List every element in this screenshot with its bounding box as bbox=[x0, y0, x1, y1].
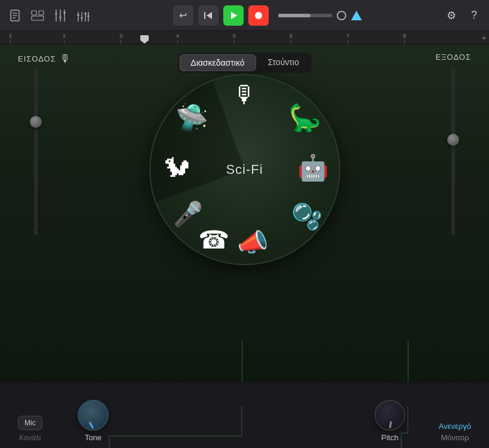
ruler-mark-5: 5 bbox=[233, 33, 236, 39]
pitch-section: Pitch bbox=[374, 400, 405, 442]
record-button[interactable] bbox=[248, 5, 269, 26]
preset-bubbles[interactable]: 🫧 bbox=[291, 202, 322, 231]
preset-megaphone[interactable]: 📣 bbox=[237, 228, 268, 257]
svg-rect-21 bbox=[204, 12, 205, 19]
ruler-mark-2: 2 bbox=[63, 33, 66, 39]
connector-svg bbox=[0, 406, 489, 448]
ruler-mark-7: 7 bbox=[346, 33, 349, 39]
new-document-icon[interactable] bbox=[6, 7, 24, 24]
pitch-knob[interactable] bbox=[374, 400, 405, 431]
ruler: 1 2 3 4 5 6 7 8 + bbox=[0, 31, 489, 44]
tab-fun[interactable]: Διασκεδαστικό bbox=[179, 54, 256, 71]
svg-marker-22 bbox=[207, 12, 212, 19]
ruler-mark-1: 1 bbox=[9, 33, 12, 39]
transport-controls: ↩ bbox=[173, 5, 269, 26]
wheel-label: Sci-Fi bbox=[226, 162, 263, 177]
preset-squirrel[interactable]: 🐿 bbox=[164, 153, 190, 183]
svg-rect-5 bbox=[39, 11, 44, 15]
preset-mic2[interactable]: 🎤 bbox=[173, 200, 203, 228]
pitch-line bbox=[408, 340, 408, 382]
channel-label: Κανάλι bbox=[19, 434, 41, 442]
svg-rect-18 bbox=[81, 17, 83, 19]
loop-button[interactable] bbox=[337, 11, 346, 20]
ruler-mark-3: 3 bbox=[119, 33, 122, 39]
voice-wheel[interactable]: Sci-Fi 🎙 🛸 🦕 🐿 🤖 🎤 🫧 ☎ 📣 bbox=[149, 74, 340, 265]
tone-section: Tone bbox=[78, 400, 109, 442]
input-level-slider[interactable]: - bbox=[34, 68, 38, 235]
sector-dark bbox=[150, 81, 245, 202]
help-icon[interactable]: ? bbox=[465, 7, 483, 24]
tempo-triangle-icon[interactable] bbox=[351, 11, 362, 20]
preset-microphone[interactable]: 🎙 bbox=[233, 81, 257, 108]
output-label: ΕΞΟΔΟΣ bbox=[435, 53, 471, 62]
output-level-slider[interactable] bbox=[451, 68, 455, 235]
toolbar-right: ⚙ ? bbox=[442, 7, 483, 24]
progress-bar bbox=[278, 14, 332, 17]
mic-button[interactable]: Mic bbox=[18, 416, 42, 430]
playhead-cursor[interactable] bbox=[140, 35, 149, 44]
ruler-mark-6: 6 bbox=[290, 33, 293, 39]
svg-marker-23 bbox=[231, 12, 237, 19]
mixer-icon[interactable] bbox=[51, 7, 69, 24]
mode-tabs: Διασκεδαστικό Στούντιο bbox=[177, 53, 311, 73]
skip-back-button[interactable] bbox=[198, 5, 219, 26]
svg-rect-12 bbox=[63, 12, 66, 13]
svg-rect-11 bbox=[59, 17, 61, 18]
undo-button[interactable]: ↩ bbox=[173, 5, 193, 26]
preset-ufo[interactable]: 🛸 bbox=[176, 102, 208, 133]
ruler-marks: 1 2 3 4 5 6 7 8 bbox=[6, 31, 483, 44]
svg-rect-10 bbox=[55, 13, 57, 14]
mic-section: Mic Κανάλι bbox=[18, 416, 42, 442]
wheel-circle[interactable]: Sci-Fi 🎙 🛸 🦕 🐿 🤖 🎤 🫧 ☎ 📣 bbox=[149, 74, 340, 265]
svg-rect-4 bbox=[32, 11, 36, 15]
tracks-view-icon[interactable] bbox=[29, 7, 47, 24]
bottom-controls: Mic Κανάλι Tone Pitch Ανενεργό Μόνιτορ bbox=[0, 382, 489, 448]
preset-monster[interactable]: 🦕 bbox=[288, 102, 321, 133]
svg-rect-20 bbox=[87, 16, 90, 17]
ruler-mark-4: 4 bbox=[176, 33, 179, 39]
svg-rect-19 bbox=[84, 13, 87, 14]
toolbar: ↩ ⚙ ? bbox=[0, 0, 489, 31]
input-slider-thumb[interactable] bbox=[30, 116, 42, 128]
input-label: ΕΙΣΟΔΟΣ 🎙 bbox=[18, 53, 71, 65]
tone-knob[interactable] bbox=[78, 400, 109, 431]
add-track-button[interactable]: + bbox=[482, 33, 487, 42]
monitor-section: Ανενεργό Μόνιτορ bbox=[439, 422, 471, 442]
microphone-icon: 🎙 bbox=[60, 53, 71, 65]
center-line bbox=[242, 340, 242, 382]
preset-telephone[interactable]: ☎ bbox=[198, 225, 229, 254]
monitor-label: Μόνιτορ bbox=[441, 433, 469, 442]
tab-studio[interactable]: Στούντιο bbox=[257, 54, 310, 71]
output-slider-thumb[interactable] bbox=[447, 134, 459, 146]
main-area: ΕΙΣΟΔΟΣ 🎙 ΕΞΟΔΟΣ - Διασκεδαστικό Στούντι… bbox=[0, 44, 489, 382]
tone-label: Tone bbox=[85, 433, 102, 442]
svg-rect-6 bbox=[32, 16, 44, 20]
ruler-mark-8: 8 bbox=[403, 33, 406, 39]
active-status[interactable]: Ανενεργό bbox=[439, 422, 471, 431]
svg-rect-17 bbox=[77, 14, 79, 16]
settings-icon[interactable]: ⚙ bbox=[442, 7, 460, 24]
preset-robot[interactable]: 🤖 bbox=[297, 153, 328, 182]
play-button[interactable] bbox=[223, 5, 244, 26]
pitch-label: Pitch bbox=[382, 433, 399, 442]
equalizer-icon[interactable] bbox=[74, 7, 92, 24]
